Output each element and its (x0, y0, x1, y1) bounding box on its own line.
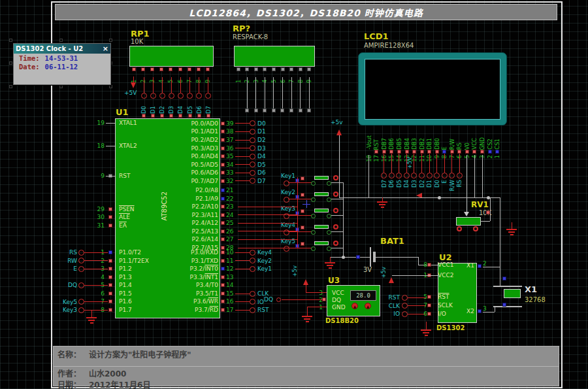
u1-ref[interactable]: U1 (116, 107, 129, 117)
popup-handle[interactable] (109, 85, 112, 88)
terminal-icon[interactable] (402, 303, 408, 309)
terminal-icon[interactable] (178, 93, 184, 99)
popup-handle[interactable] (9, 61, 12, 65)
terminal-icon[interactable] (284, 229, 289, 235)
terminal-icon[interactable] (381, 173, 387, 178)
wire (171, 77, 172, 93)
lcd-ref[interactable]: LCD1 (364, 31, 389, 41)
terminal-icon[interactable] (411, 173, 417, 178)
terminal-icon[interactable] (78, 250, 84, 256)
wire (331, 231, 343, 232)
rv1-body[interactable] (456, 217, 481, 226)
terminal-icon[interactable] (419, 173, 425, 178)
ground-icon (376, 201, 388, 208)
terminal-icon[interactable] (284, 246, 289, 252)
rv1-ref[interactable]: RV1 (471, 200, 489, 209)
terminal-icon[interactable] (250, 145, 255, 151)
terminal-icon[interactable] (169, 93, 174, 99)
bat1-ref[interactable]: BAT1 (380, 236, 404, 246)
button-actuator-icon[interactable] (333, 208, 338, 213)
terminal-icon[interactable] (250, 178, 255, 184)
popup-titlebar[interactable]: DS1302 Clock - U2 × (14, 44, 110, 54)
terminal-icon[interactable] (250, 154, 255, 160)
temp-down-button[interactable]: ▲ (365, 303, 371, 309)
temp-up-button[interactable]: ▲ (351, 303, 358, 309)
terminal-icon[interactable] (78, 266, 84, 272)
terminal-icon[interactable] (457, 173, 463, 178)
popup-handle[interactable] (9, 39, 12, 42)
push-button[interactable]: Key2 (280, 190, 351, 207)
terminal-icon[interactable] (250, 129, 255, 135)
terminal-icon[interactable] (187, 93, 193, 99)
terminal-icon[interactable] (284, 197, 289, 203)
button-actuator-icon[interactable] (333, 241, 338, 246)
terminal-icon[interactable] (250, 291, 255, 297)
terminal-icon[interactable] (141, 93, 147, 99)
terminal-icon[interactable] (250, 266, 255, 272)
terminal-icon[interactable] (196, 93, 202, 99)
terminal-icon[interactable] (442, 173, 448, 178)
x1-ref[interactable]: X1 (525, 284, 537, 294)
rp1-body[interactable] (129, 46, 214, 67)
terminal-icon[interactable] (78, 307, 84, 313)
pin-row: 31EA (95, 222, 135, 230)
popup-handle[interactable] (109, 39, 112, 42)
terminal-icon[interactable] (250, 250, 255, 256)
pin-number: 4 (95, 274, 105, 280)
net-label: Key1 (257, 265, 272, 272)
terminal-icon[interactable] (250, 161, 255, 167)
terminal-icon[interactable] (449, 173, 455, 178)
u3-ref[interactable]: U3 (328, 276, 340, 285)
ground-icon (420, 330, 432, 336)
push-button[interactable]: Key1 (280, 174, 351, 190)
wire (384, 154, 384, 173)
terminal-icon[interactable] (276, 297, 281, 302)
popup-handle[interactable] (9, 85, 12, 88)
terminal-icon[interactable] (402, 311, 408, 317)
terminal-icon[interactable] (250, 299, 255, 305)
x1-body[interactable] (504, 289, 521, 298)
terminal-icon[interactable] (250, 120, 255, 126)
terminal-icon[interactable] (250, 137, 255, 143)
pin-pad (254, 109, 258, 112)
lcd-body[interactable] (358, 52, 507, 126)
rp2-ref[interactable]: RP? (233, 24, 250, 33)
terminal-icon[interactable] (404, 173, 410, 178)
close-icon[interactable]: × (103, 44, 108, 53)
net-terminal: D2 (235, 136, 266, 144)
terminal-icon[interactable] (434, 173, 440, 178)
terminal-icon[interactable] (78, 282, 84, 288)
rv1-dec-button[interactable] (457, 226, 462, 231)
terminal-icon[interactable] (250, 170, 255, 176)
pin-pad (221, 188, 225, 192)
terminal-icon[interactable] (205, 93, 211, 99)
rp1-ref[interactable]: RP1 (131, 29, 150, 39)
pin-label-bar: RST (438, 294, 449, 300)
terminal-icon[interactable] (250, 258, 255, 263)
terminal-icon[interactable] (150, 93, 156, 99)
button-actuator-icon[interactable] (333, 175, 338, 180)
terminal-icon[interactable] (250, 307, 255, 313)
button-actuator-icon[interactable] (333, 192, 338, 197)
terminal-icon[interactable] (78, 258, 84, 263)
terminal-icon[interactable] (396, 173, 402, 178)
x1-value: 32768 (525, 296, 546, 303)
net-terminal: D1 (425, 154, 433, 191)
rp2-body[interactable] (234, 46, 315, 67)
terminal-icon[interactable] (427, 173, 433, 178)
terminal-icon[interactable] (402, 295, 408, 301)
ds1302-clock-popup[interactable]: DS1302 Clock - U2 × Time: 14-53-31 Date:… (13, 43, 111, 85)
terminal-icon[interactable] (284, 180, 289, 186)
popup-handle[interactable] (59, 85, 63, 88)
terminal-icon[interactable] (389, 173, 395, 178)
pin-pad (221, 197, 225, 201)
lcd-pin-label: DB4 (404, 138, 410, 150)
rv1-inc-button[interactable] (473, 226, 478, 231)
wire (339, 135, 340, 197)
terminal-icon[interactable] (159, 93, 165, 99)
pin-pad (132, 67, 136, 71)
power-arrow-icon (336, 129, 342, 135)
terminal-icon[interactable] (78, 299, 84, 305)
popup-handle[interactable] (59, 39, 63, 42)
button-actuator-icon[interactable] (333, 224, 338, 229)
